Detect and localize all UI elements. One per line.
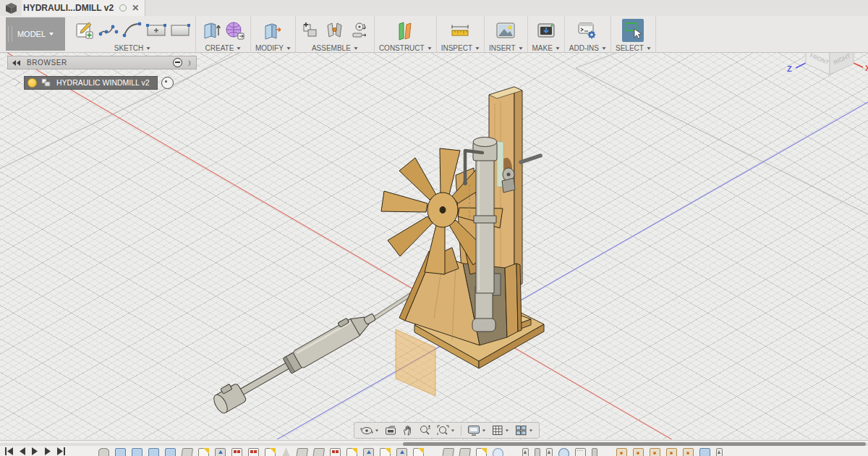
timeline-feature-pin[interactable] (535, 448, 540, 456)
timeline-feature-ext[interactable] (396, 448, 407, 456)
look-at-button[interactable] (382, 426, 399, 436)
timeline-feature-pinup[interactable] (716, 448, 723, 456)
go-to-start-button[interactable] (4, 447, 13, 455)
workspace-switcher-button[interactable]: MODEL (6, 17, 65, 51)
timeline-feature-slab[interactable] (459, 448, 471, 456)
timeline-feature-pinup[interactable] (522, 448, 529, 456)
3d-viewport[interactable]: Y Z X TOP FRONT RIGHT BROWSER ❩ (0, 53, 868, 439)
timeline-feature-box[interactable] (699, 448, 710, 456)
arc-button[interactable] (122, 19, 143, 42)
timeline-feature-sk[interactable] (115, 448, 126, 456)
timeline-feature-pin[interactable] (592, 448, 597, 456)
browser-root-row[interactable]: HYDRAULIC WINDMILL v2 (7, 76, 197, 89)
joint-button[interactable] (324, 19, 346, 42)
timeline-feature-comp[interactable] (248, 448, 259, 456)
select-button[interactable] (622, 19, 644, 42)
two-point-rectangle-button[interactable] (169, 19, 191, 42)
timeline-feature-joint[interactable] (666, 448, 677, 456)
group-label-addins[interactable]: ADD-INS (569, 44, 606, 52)
collapse-panel-icon[interactable] (12, 60, 21, 66)
viewcube[interactable]: Y Z X TOP FRONT RIGHT (787, 53, 868, 75)
timeline-feature-ext[interactable] (363, 448, 374, 456)
expand-node-icon[interactable] (14, 79, 20, 86)
tower-right-rail[interactable] (505, 263, 518, 337)
create-sketch-icon (75, 21, 94, 40)
activate-component-radio[interactable] (161, 77, 174, 89)
timeline-feature-comp[interactable] (231, 448, 242, 456)
syringe-actuator[interactable] (210, 305, 379, 415)
timeline-scroll-handle[interactable] (403, 442, 866, 446)
orbit-button[interactable] (357, 425, 382, 436)
center-rectangle-button[interactable] (145, 19, 167, 42)
timeline-feature-sph[interactable] (558, 448, 569, 456)
root-component-item[interactable]: HYDRAULIC WINDMILL v2 (24, 76, 158, 90)
create-sketch-button[interactable] (74, 19, 95, 42)
timeline-feature-joint[interactable] (650, 448, 660, 456)
timeline-feature-slab[interactable] (296, 448, 308, 456)
timeline-feature-ske[interactable] (380, 448, 391, 456)
timeline-feature-ske[interactable] (413, 448, 424, 456)
timeline-feature-ske[interactable] (265, 448, 276, 456)
timeline-feature-sk[interactable] (148, 448, 159, 456)
extrude-button[interactable] (200, 19, 222, 42)
timeline-feature-comp[interactable] (330, 448, 341, 456)
timeline-feature-ext[interactable] (215, 448, 226, 456)
insert-image-button[interactable] (495, 19, 516, 42)
play-button[interactable] (31, 447, 39, 455)
press-pull-button[interactable] (262, 19, 284, 42)
syringe-barrel[interactable] (292, 318, 361, 368)
as-built-joint-button[interactable] (348, 19, 370, 42)
output-rod[interactable] (521, 156, 540, 162)
timeline-feature-joint[interactable] (633, 448, 644, 456)
plunger-rod[interactable] (239, 361, 293, 395)
browser-header[interactable]: BROWSER ❩ (7, 56, 197, 69)
group-label-make[interactable]: MAKE (532, 44, 560, 52)
fit-button[interactable] (434, 425, 458, 436)
display-settings-button[interactable] (464, 425, 489, 436)
timeline-feature-cyl[interactable] (98, 448, 109, 456)
scripts-addins-button[interactable] (576, 19, 598, 42)
viewports-button[interactable] (512, 425, 536, 436)
group-label-assemble[interactable]: ASSEMBLE (312, 44, 358, 52)
step-forward-button[interactable] (44, 447, 52, 455)
group-label-select[interactable]: SELECT (616, 44, 651, 52)
timeline-feature-ske[interactable] (476, 448, 487, 456)
group-label-sketch[interactable]: SKETCH (114, 44, 151, 52)
panel-resize-handle-icon[interactable]: ❩ (186, 59, 192, 67)
timeline-feature-slab[interactable] (442, 448, 454, 456)
minimize-panel-icon[interactable] (173, 58, 182, 67)
timeline-feature-joint[interactable] (683, 448, 694, 456)
group-label-inspect[interactable]: INSPECT (441, 44, 480, 52)
windmill-model[interactable] (381, 87, 544, 368)
timeline-feature-sk[interactable] (165, 448, 176, 456)
create-form-button[interactable] (224, 19, 246, 42)
timeline-feature-ske[interactable] (346, 448, 357, 456)
timeline-feature-pinup[interactable] (546, 448, 553, 456)
document-tab[interactable]: HYDRAULI...DMILL v2 ✕ (22, 0, 145, 16)
tab-close-icon[interactable]: ✕ (132, 4, 139, 12)
timeline-feature-circ[interactable] (493, 448, 503, 456)
group-label-construct[interactable]: CONSTRUCT (379, 44, 432, 52)
make-3d-print-button[interactable] (535, 19, 557, 42)
timeline-feature-cone[interactable] (281, 448, 291, 456)
measure-button[interactable] (449, 19, 471, 42)
timeline-feature-dots[interactable] (575, 448, 586, 456)
visibility-bulb-icon[interactable] (27, 78, 37, 88)
step-back-button[interactable] (18, 447, 26, 455)
group-label-insert[interactable]: INSERT (489, 44, 523, 52)
timeline-feature-slab[interactable] (181, 448, 193, 456)
grid-settings-button[interactable] (489, 425, 512, 436)
spline-button[interactable] (98, 19, 119, 42)
new-component-button[interactable] (300, 19, 322, 42)
timeline-feature-sk[interactable] (132, 448, 142, 456)
group-label-create[interactable]: CREATE (205, 44, 242, 52)
zoom-button[interactable] (416, 425, 434, 436)
timeline-feature-ske[interactable] (198, 448, 209, 456)
construct-plane-button[interactable] (394, 19, 416, 42)
timeline-feature-slab[interactable] (312, 448, 325, 456)
timeline-feature-joint[interactable] (616, 448, 627, 456)
timeline-scrollbar[interactable] (0, 442, 868, 447)
pan-button[interactable] (399, 425, 416, 436)
go-to-end-button[interactable] (57, 447, 66, 455)
group-label-modify[interactable]: MODIFY (255, 44, 291, 52)
